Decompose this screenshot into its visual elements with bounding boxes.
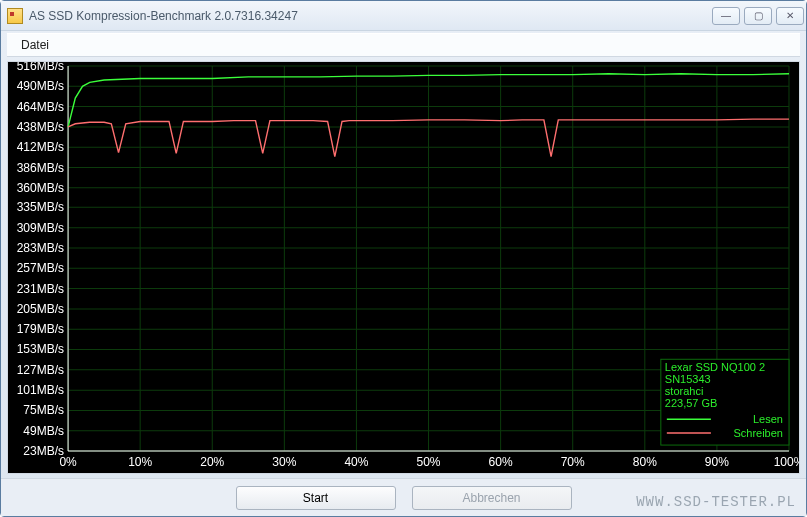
svg-text:50%: 50% [417, 455, 441, 469]
svg-text:464MB/s: 464MB/s [17, 100, 64, 114]
svg-text:516MB/s: 516MB/s [17, 62, 64, 73]
svg-text:205MB/s: 205MB/s [17, 302, 64, 316]
svg-text:127MB/s: 127MB/s [17, 363, 64, 377]
chart-area: 516MB/s490MB/s464MB/s438MB/s412MB/s386MB… [7, 61, 800, 474]
app-window: AS SSD Kompression-Benchmark 2.0.7316.34… [0, 0, 807, 517]
svg-text:257MB/s: 257MB/s [17, 261, 64, 275]
svg-text:75MB/s: 75MB/s [23, 403, 64, 417]
svg-text:360MB/s: 360MB/s [17, 181, 64, 195]
minimize-button[interactable]: — [712, 7, 740, 25]
svg-text:283MB/s: 283MB/s [17, 241, 64, 255]
svg-text:223,57 GB: 223,57 GB [665, 397, 718, 409]
footer: Start Abbrechen WWW.SSD-TESTER.PL [1, 478, 806, 516]
svg-text:100%: 100% [774, 455, 799, 469]
svg-text:153MB/s: 153MB/s [17, 343, 64, 357]
svg-text:Lesen: Lesen [753, 413, 783, 425]
svg-text:179MB/s: 179MB/s [17, 322, 64, 336]
svg-text:SN15343: SN15343 [665, 373, 711, 385]
svg-text:438MB/s: 438MB/s [17, 120, 64, 134]
svg-text:309MB/s: 309MB/s [17, 221, 64, 235]
window-title: AS SSD Kompression-Benchmark 2.0.7316.34… [29, 9, 712, 23]
svg-text:412MB/s: 412MB/s [17, 140, 64, 154]
svg-text:Schreiben: Schreiben [733, 427, 783, 439]
svg-text:70%: 70% [561, 455, 585, 469]
svg-text:231MB/s: 231MB/s [17, 282, 64, 296]
start-button[interactable]: Start [236, 486, 396, 510]
svg-text:90%: 90% [705, 455, 729, 469]
cancel-button: Abbrechen [412, 486, 572, 510]
app-icon [7, 8, 23, 24]
compression-chart: 516MB/s490MB/s464MB/s438MB/s412MB/s386MB… [8, 62, 799, 473]
minimize-icon: — [721, 10, 731, 21]
svg-text:490MB/s: 490MB/s [17, 79, 64, 93]
svg-text:23MB/s: 23MB/s [23, 444, 64, 458]
maximize-icon: ▢ [754, 10, 763, 21]
svg-text:40%: 40% [344, 455, 368, 469]
svg-text:10%: 10% [128, 455, 152, 469]
svg-text:storahci: storahci [665, 385, 704, 397]
titlebar: AS SSD Kompression-Benchmark 2.0.7316.34… [1, 1, 806, 31]
svg-text:49MB/s: 49MB/s [23, 424, 64, 438]
watermark: WWW.SSD-TESTER.PL [636, 494, 796, 510]
svg-text:335MB/s: 335MB/s [17, 200, 64, 214]
svg-text:0%: 0% [59, 455, 77, 469]
svg-text:386MB/s: 386MB/s [17, 161, 64, 175]
maximize-button[interactable]: ▢ [744, 7, 772, 25]
menu-file[interactable]: Datei [13, 35, 57, 55]
svg-text:60%: 60% [489, 455, 513, 469]
window-controls: — ▢ ✕ [712, 7, 804, 25]
svg-text:30%: 30% [272, 455, 296, 469]
menubar: Datei [7, 33, 800, 57]
close-icon: ✕ [786, 10, 794, 21]
svg-text:101MB/s: 101MB/s [17, 383, 64, 397]
close-button[interactable]: ✕ [776, 7, 804, 25]
svg-text:20%: 20% [200, 455, 224, 469]
svg-text:Lexar SSD NQ100 2: Lexar SSD NQ100 2 [665, 361, 765, 373]
svg-text:80%: 80% [633, 455, 657, 469]
